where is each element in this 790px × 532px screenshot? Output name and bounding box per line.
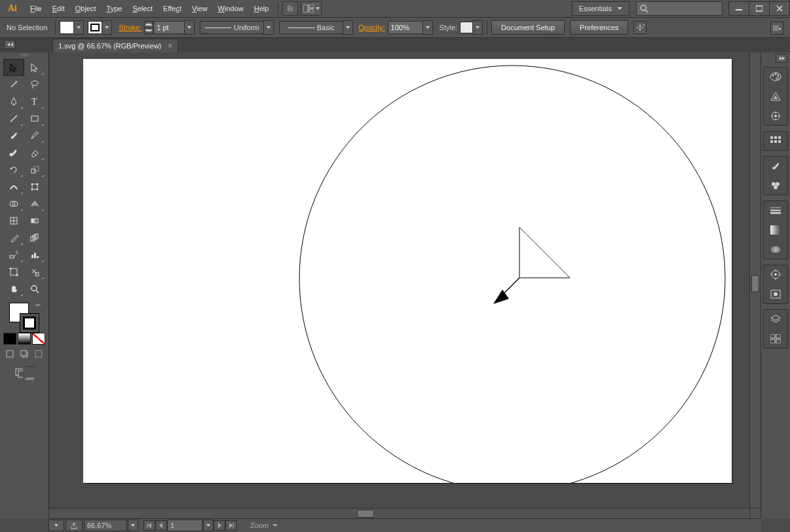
close-tab-icon[interactable]: ×	[168, 41, 172, 50]
draw-inside-button[interactable]	[31, 347, 46, 360]
eraser-tool[interactable]	[24, 144, 45, 161]
blob-brush-tool[interactable]	[3, 144, 24, 161]
scale-tool[interactable]	[24, 161, 45, 178]
menu-effect[interactable]: Effect	[158, 0, 187, 17]
arrange-docs-button[interactable]	[301, 1, 322, 16]
window-minimize[interactable]	[728, 1, 749, 16]
menu-view[interactable]: View	[187, 0, 213, 17]
panel-grip[interactable]	[5, 54, 44, 58]
menu-file[interactable]: File	[25, 0, 47, 17]
brushes-panel-icon[interactable]	[768, 159, 783, 172]
slice-tool[interactable]	[24, 263, 45, 280]
gradient-mode-button[interactable]	[18, 333, 31, 345]
status-info-dropdown[interactable]	[273, 524, 278, 527]
opacity-field[interactable]: 100%	[388, 21, 423, 34]
style-dropdown[interactable]	[472, 20, 483, 35]
menu-edit[interactable]: Edit	[47, 0, 70, 17]
vertical-scrollbar[interactable]	[749, 52, 761, 508]
color-mode-button[interactable]	[3, 333, 16, 345]
align-to-button[interactable]: ×	[633, 21, 647, 34]
stroke-swatch[interactable]	[88, 21, 102, 34]
zoom-dropdown[interactable]	[128, 520, 138, 531]
document-setup-button[interactable]: Document Setup	[491, 20, 565, 35]
next-artboard-button[interactable]	[214, 520, 225, 531]
style-swatch[interactable]	[460, 22, 473, 33]
window-close[interactable]	[769, 1, 790, 16]
direct-selection-tool[interactable]	[24, 59, 45, 76]
graphic-styles-panel-icon[interactable]	[768, 288, 783, 301]
fill-stroke-control[interactable]: ⤺	[8, 301, 41, 330]
blend-tool[interactable]	[24, 229, 45, 246]
control-menu-icon[interactable]	[770, 22, 783, 35]
stroke-weight-field[interactable]: 1 pt	[153, 21, 185, 34]
bridge-button[interactable]: Br	[282, 1, 298, 16]
transparency-panel-icon[interactable]	[768, 243, 783, 256]
none-mode-button[interactable]	[32, 333, 45, 345]
menu-window[interactable]: Window	[213, 0, 249, 17]
stroke-color[interactable]	[20, 313, 39, 333]
shape-builder-tool[interactable]	[3, 195, 24, 212]
brush-combo[interactable]: Basic	[279, 21, 343, 34]
screen-mode-button[interactable]	[14, 366, 34, 380]
draw-behind-button[interactable]	[17, 347, 31, 360]
zoom-tool[interactable]	[24, 280, 45, 297]
window-maximize[interactable]	[749, 1, 770, 16]
preferences-button[interactable]: Preferences	[570, 20, 628, 35]
opacity-panel-link[interactable]: Opacity:	[358, 24, 385, 31]
artboard[interactable]	[83, 59, 732, 483]
perspective-grid-tool[interactable]	[24, 195, 45, 212]
width-tool[interactable]	[3, 178, 24, 195]
stroke-dropdown[interactable]	[102, 20, 112, 35]
fill-swatch[interactable]	[60, 21, 74, 34]
first-artboard-button[interactable]	[143, 520, 155, 531]
paintbrush-tool[interactable]	[3, 127, 24, 144]
lasso-tool[interactable]	[24, 76, 45, 93]
horizontal-scrollbar[interactable]	[49, 508, 750, 519]
pen-tool[interactable]	[3, 93, 24, 110]
magic-wand-tool[interactable]	[3, 76, 24, 93]
stroke-weight-dropdown[interactable]	[184, 20, 195, 35]
hand-tool[interactable]	[3, 280, 24, 297]
last-artboard-button[interactable]	[225, 520, 237, 531]
mesh-tool[interactable]	[3, 212, 24, 229]
document-tab[interactable]: 1.svg @ 66.67% (RGB/Preview) ×	[52, 39, 178, 52]
share-button[interactable]	[66, 520, 83, 531]
column-graph-tool[interactable]	[24, 246, 45, 263]
artboards-panel-icon[interactable]	[768, 332, 783, 345]
menu-select[interactable]: Select	[127, 0, 158, 17]
stroke-panel-icon2[interactable]	[768, 204, 783, 217]
workspace-switcher[interactable]: Essentials	[572, 1, 630, 16]
expand-panels-button[interactable]	[776, 54, 787, 63]
type-tool[interactable]: T	[24, 93, 45, 110]
gradient-tool[interactable]	[24, 212, 45, 229]
fill-dropdown[interactable]	[73, 20, 84, 35]
rotate-tool[interactable]	[3, 161, 24, 178]
draw-normal-button[interactable]	[3, 347, 17, 360]
kuler-panel-icon[interactable]	[768, 109, 783, 123]
rectangle-tool[interactable]	[24, 110, 45, 127]
swatches-panel-icon[interactable]	[768, 134, 783, 147]
menu-help[interactable]: Help	[249, 0, 274, 17]
profile-dropdown[interactable]	[263, 20, 274, 35]
appearance-panel-icon[interactable]	[768, 268, 783, 281]
collapse-tools-button[interactable]	[4, 40, 16, 49]
canvas-area[interactable]	[49, 52, 761, 519]
symbols-panel-icon[interactable]	[768, 179, 783, 192]
artboard-dropdown[interactable]	[203, 520, 214, 531]
selection-tool[interactable]	[3, 59, 24, 76]
scrollbar-thumb[interactable]	[751, 275, 759, 292]
line-segment-tool[interactable]	[3, 110, 24, 127]
swap-fill-stroke-icon[interactable]: ⤺	[35, 301, 41, 309]
color-panel-icon[interactable]	[768, 70, 783, 83]
free-transform-tool[interactable]	[24, 178, 45, 195]
scrollbar-thumb[interactable]	[357, 510, 374, 518]
color-guide-panel-icon[interactable]	[768, 90, 783, 103]
artboard-number-field[interactable]: 1	[167, 520, 202, 531]
symbol-sprayer-tool[interactable]	[3, 246, 24, 263]
menu-object[interactable]: Object	[70, 0, 102, 17]
search-field[interactable]	[636, 1, 723, 16]
zoom-level-field[interactable]: 66.67%	[84, 520, 127, 531]
layers-panel-icon[interactable]	[768, 313, 783, 326]
status-menu-button[interactable]	[48, 520, 64, 531]
profile-combo[interactable]: Uniform	[200, 21, 264, 34]
